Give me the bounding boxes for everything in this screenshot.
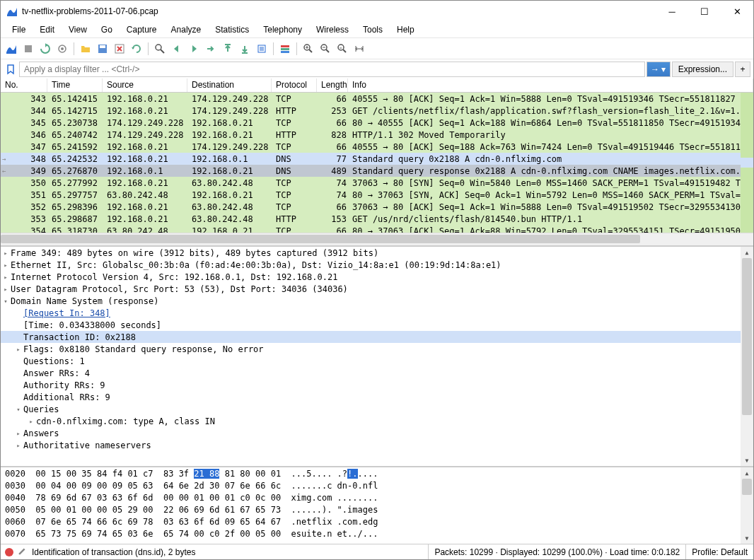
- column-destination[interactable]: Destination: [187, 78, 272, 92]
- detail-line[interactable]: Transaction ID: 0x2188: [1, 331, 753, 343]
- detail-line[interactable]: Frame 349: 489 bytes on wire (3912 bits)…: [1, 247, 753, 259]
- bytes-vscroll[interactable]: ▲▼: [741, 467, 753, 544]
- detail-line[interactable]: Domain Name System (response): [1, 295, 753, 307]
- goto-last-button[interactable]: [237, 41, 253, 57]
- detail-line[interactable]: Answer RRs: 4: [1, 367, 753, 379]
- zoom-in-button[interactable]: [301, 41, 316, 57]
- packet-row[interactable]: 35365.298687192.168.0.2163.80.242.48HTTP…: [1, 213, 753, 225]
- close-file-button[interactable]: [112, 41, 127, 57]
- bookmark-filter-icon[interactable]: [4, 62, 18, 76]
- main-toolbar: =: [1, 37, 753, 59]
- svg-text:=: =: [340, 46, 342, 50]
- packet-row[interactable]: 34765.241592192.168.0.21174.129.249.228T…: [1, 141, 753, 153]
- stop-capture-button[interactable]: [21, 41, 36, 57]
- packet-row[interactable]: 35165.29775763.80.242.48192.168.0.21TCP7…: [1, 189, 753, 201]
- close-button[interactable]: ✕: [721, 1, 753, 22]
- detail-line[interactable]: Authority RRs: 9: [1, 379, 753, 391]
- detail-line[interactable]: User Datagram Protocol, Src Port: 53 (53…: [1, 283, 753, 295]
- capture-options-button[interactable]: [54, 41, 70, 57]
- go-back-button[interactable]: [169, 41, 185, 57]
- menu-analyze[interactable]: Analyze: [164, 23, 209, 36]
- column-info[interactable]: Info: [348, 78, 753, 92]
- menu-wireless[interactable]: Wireless: [309, 23, 356, 36]
- packet-bytes-pane[interactable]: 0020 00 15 00 35 84 f4 01 c7 83 3f 21 88…: [1, 467, 753, 544]
- byte-line[interactable]: 0030 00 04 00 09 00 09 05 63 64 6e 2d 30…: [5, 481, 749, 493]
- detail-line[interactable]: Answers: [1, 427, 753, 439]
- detail-line[interactable]: [Time: 0.034338000 seconds]: [1, 319, 753, 331]
- detail-line[interactable]: [Request In: 348]: [1, 307, 753, 319]
- packet-row[interactable]: 34365.142415192.168.0.21174.129.249.228T…: [1, 93, 753, 105]
- zoom-out-button[interactable]: [318, 41, 333, 57]
- column-protocol[interactable]: Protocol: [272, 78, 317, 92]
- packet-row[interactable]: 35265.298396192.168.0.2163.80.242.48TCP6…: [1, 201, 753, 213]
- svg-point-6: [156, 45, 161, 50]
- menu-tools[interactable]: Tools: [356, 23, 390, 36]
- detail-line[interactable]: cdn-0.nflximg.com: type A, class IN: [1, 415, 753, 427]
- status-profile[interactable]: Profile: Default: [685, 544, 753, 559]
- menu-statistics[interactable]: Statistics: [208, 23, 256, 36]
- menu-file[interactable]: File: [5, 23, 33, 36]
- restart-capture-button[interactable]: [37, 41, 53, 57]
- column-time[interactable]: Time: [47, 78, 103, 92]
- byte-line[interactable]: 0020 00 15 00 35 84 f4 01 c7 83 3f 21 88…: [5, 469, 749, 481]
- menu-telephony[interactable]: Telephony: [256, 23, 309, 36]
- packet-row[interactable]: 34665.240742174.129.249.228192.168.0.21H…: [1, 129, 753, 141]
- detail-line[interactable]: Flags: 0x8180 Standard query response, N…: [1, 343, 753, 355]
- detail-line[interactable]: Authoritative nameservers: [1, 439, 753, 451]
- packet-row[interactable]: 34565.230738174.129.249.228192.168.0.21T…: [1, 117, 753, 129]
- column-no[interactable]: No.: [1, 78, 47, 92]
- byte-line[interactable]: 0060 07 6e 65 74 66 6c 69 78 03 63 6f 6d…: [5, 517, 749, 529]
- packet-list-header[interactable]: No. Time Source Destination Protocol Len…: [1, 78, 753, 93]
- display-filter-input[interactable]: [19, 62, 645, 77]
- byte-line[interactable]: 0040 78 69 6d 67 03 63 6f 6d 00 00 01 00…: [5, 493, 749, 505]
- maximize-button[interactable]: ☐: [688, 1, 721, 22]
- detail-line[interactable]: Ethernet II, Src: Globalsc_00:3b:0a (f0:…: [1, 259, 753, 271]
- menu-help[interactable]: Help: [390, 23, 422, 36]
- detail-line[interactable]: Internet Protocol Version 4, Src: 192.16…: [1, 271, 753, 283]
- filter-expression-button[interactable]: Expression...: [672, 62, 733, 77]
- packet-list-body[interactable]: 34365.142415192.168.0.21174.129.249.228T…: [1, 93, 753, 233]
- menu-view[interactable]: View: [62, 23, 94, 36]
- autoscroll-button[interactable]: [254, 41, 269, 57]
- app-icon: [6, 6, 18, 17]
- zoom-reset-button[interactable]: =: [335, 41, 350, 57]
- find-packet-button[interactable]: [152, 41, 168, 57]
- byte-line[interactable]: 0070 65 73 75 69 74 65 03 6e 65 74 00 c0…: [5, 529, 749, 541]
- detail-line[interactable]: Queries: [1, 403, 753, 415]
- svg-line-7: [161, 49, 164, 53]
- details-vscroll[interactable]: ▲▼: [741, 247, 753, 466]
- main-window: tv-netflix-problems-2011-07-06.pcap ─ ☐ …: [0, 0, 754, 560]
- goto-packet-button[interactable]: [203, 41, 219, 57]
- byte-line[interactable]: 0050 05 00 01 00 00 05 29 00 22 06 69 6d…: [5, 505, 749, 517]
- packet-row[interactable]: 34465.142715192.168.0.21174.129.249.228H…: [1, 105, 753, 117]
- packet-list-minimap[interactable]: [741, 93, 753, 233]
- packet-row[interactable]: 35065.277992192.168.0.2163.80.242.48TCP7…: [1, 177, 753, 189]
- go-forward-button[interactable]: [186, 41, 202, 57]
- shark-fin-icon[interactable]: [4, 41, 19, 57]
- reload-button[interactable]: [129, 41, 144, 57]
- detail-line[interactable]: Questions: 1: [1, 355, 753, 367]
- goto-first-button[interactable]: [220, 41, 236, 57]
- packet-details-pane[interactable]: Frame 349: 489 bytes on wire (3912 bits)…: [1, 247, 753, 467]
- apply-filter-button[interactable]: → ▾: [646, 62, 671, 77]
- svg-line-15: [309, 49, 312, 52]
- minimize-button[interactable]: ─: [656, 1, 688, 22]
- packet-list-hscroll[interactable]: [1, 233, 753, 245]
- resize-columns-button[interactable]: [352, 41, 367, 57]
- edit-capture-icon[interactable]: [18, 546, 28, 558]
- packet-list-pane[interactable]: No. Time Source Destination Protocol Len…: [1, 78, 753, 247]
- detail-line[interactable]: Additional RRs: 9: [1, 391, 753, 403]
- packet-row[interactable]: →34865.242532192.168.0.21192.168.0.1DNS7…: [1, 153, 753, 165]
- packet-row[interactable]: 35465.31873063.80.242.48192.168.0.21TCP6…: [1, 225, 753, 233]
- open-file-button[interactable]: [78, 41, 93, 57]
- menu-go[interactable]: Go: [94, 23, 120, 36]
- add-filter-button[interactable]: +: [735, 62, 750, 77]
- expert-info-icon[interactable]: [5, 548, 13, 556]
- column-length[interactable]: Length: [317, 78, 348, 92]
- packet-row[interactable]: ←34965.276870192.168.0.1192.168.0.21DNS4…: [1, 165, 753, 177]
- menu-edit[interactable]: Edit: [33, 23, 62, 36]
- column-source[interactable]: Source: [103, 78, 187, 92]
- save-file-button[interactable]: [95, 41, 110, 57]
- colorize-button[interactable]: [277, 41, 293, 57]
- menu-capture[interactable]: Capture: [120, 23, 164, 36]
